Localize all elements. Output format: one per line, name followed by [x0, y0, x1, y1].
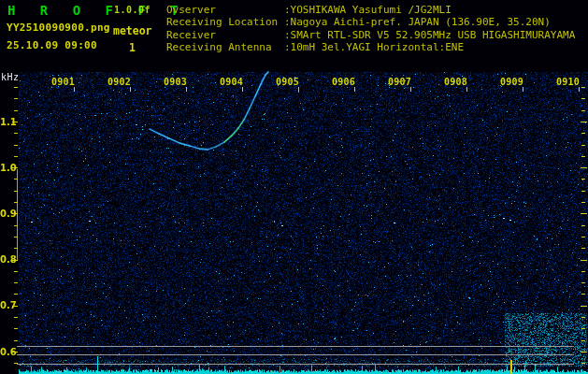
info-label: Receiver — [166, 29, 284, 41]
info-row-location: Receiving Location :Nagoya Aichi-pref. J… — [166, 16, 585, 28]
xtick-0904: 0904 — [220, 77, 243, 87]
xtick-0909: 0909 — [500, 77, 523, 87]
ytick-0.6: 0.6 — [0, 347, 12, 357]
freq-axis-unit: kHz — [1, 72, 20, 82]
mode-label: meteor — [113, 24, 152, 37]
ytick-0.9: 0.9 — [0, 209, 12, 219]
spectrogram-canvas — [0, 0, 588, 374]
xtick-0902: 0902 — [108, 77, 131, 87]
output-filename: YY2510090900.png — [7, 22, 110, 34]
info-label: Receiving Location — [166, 16, 284, 28]
ytick-0.8: 0.8 — [0, 254, 12, 265]
hrofft-screen: H R O F F T 1.0.0f YY2510090900.png mete… — [0, 0, 588, 374]
info-row-observer: Ovserver :YOSHIKAWA Yasufumi /JG2MLI — [166, 4, 585, 16]
info-row-receiver: Receiver :SMArt RTL-SDR V5 52.905MHz USB… — [166, 29, 585, 41]
station-info: Ovserver :YOSHIKAWA Yasufumi /JG2MLI Rec… — [166, 4, 585, 54]
info-value: :YOSHIKAWA Yasufumi /JG2MLI — [284, 4, 585, 16]
ytick-0.7: 0.7 — [0, 300, 12, 310]
ytick-1.1: 1.1 — [0, 117, 12, 127]
meteor-count: 1 — [129, 41, 136, 54]
info-value: :10mH 3el.YAGI Horizontal:ENE — [284, 41, 585, 53]
ytick-1.0: 1.0 — [0, 163, 12, 173]
xtick-0905: 0905 — [276, 77, 299, 87]
xtick-0910: 0910 — [556, 77, 580, 87]
datetime-label: 25.10.09 09:00 — [7, 39, 97, 51]
app-version: 1.0.0f — [114, 5, 151, 15]
xtick-0906: 0906 — [332, 77, 355, 87]
xtick-0901: 0901 — [51, 77, 75, 87]
info-value: :SMArt RTL-SDR V5 52.905MHz USB HIGASHIM… — [284, 29, 585, 41]
info-label: Receiving Antenna — [166, 41, 284, 53]
xtick-0907: 0907 — [388, 77, 411, 87]
app-title: H R O F F T — [7, 3, 187, 18]
info-value: :Nagoya Aichi-pref. JAPAN (136.90E, 35.2… — [284, 16, 585, 28]
xtick-0908: 0908 — [444, 77, 467, 87]
info-label: Ovserver — [166, 4, 284, 16]
info-row-antenna: Receiving Antenna :10mH 3el.YAGI Horizon… — [166, 41, 585, 53]
xtick-0903: 0903 — [164, 77, 187, 87]
